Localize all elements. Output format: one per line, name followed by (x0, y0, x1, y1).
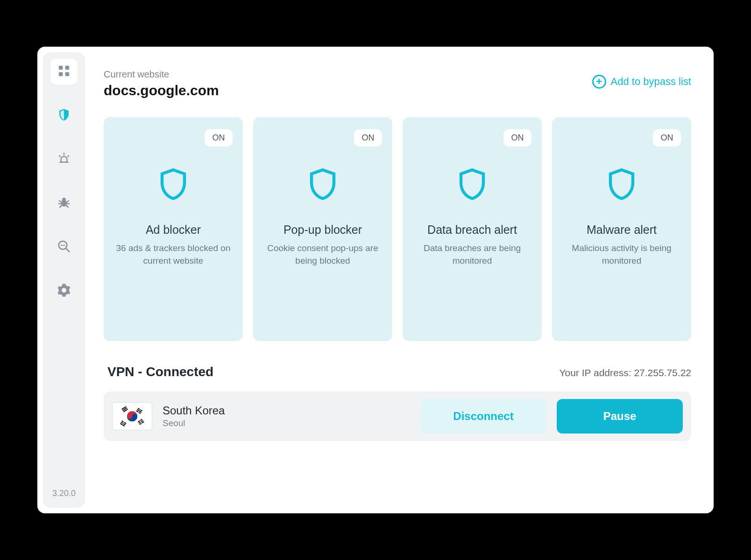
shield-icon (57, 108, 71, 124)
card-title: Pop-up blocker (283, 223, 362, 237)
sidebar-item-alerts[interactable] (50, 147, 78, 173)
plus-circle-icon: + (592, 75, 606, 89)
card-popup-blocker[interactable]: ON Pop-up blocker Cookie consent pop-ups… (253, 117, 392, 341)
svg-rect-0 (59, 66, 63, 70)
bypass-link-label: Add to bypass list (611, 76, 691, 88)
add-to-bypass-link[interactable]: + Add to bypass list (592, 75, 691, 89)
search-privacy-icon (57, 239, 71, 255)
vpn-header: VPN - Connected Your IP address: 27.255.… (104, 364, 691, 379)
card-malware-alert[interactable]: ON Malware alert Malicious activity is b… (552, 117, 691, 341)
svg-point-5 (62, 197, 66, 201)
card-data-breach[interactable]: ON Data breach alert Data breaches are b… (403, 117, 542, 341)
app-window: 3.20.0 Current website docs.google.com +… (37, 47, 714, 513)
feature-cards: ON Ad blocker 36 ads & trackers blocked … (104, 117, 691, 341)
pause-button[interactable]: Pause (557, 399, 683, 434)
card-title: Ad blocker (146, 223, 201, 237)
sidebar-item-malware[interactable] (50, 190, 78, 217)
shield-outline-icon (607, 167, 637, 203)
header-row: Current website docs.google.com + Add to… (104, 69, 691, 98)
sidebar: 3.20.0 (43, 52, 85, 508)
vpn-country: South Korea (163, 404, 410, 417)
svg-rect-2 (59, 72, 63, 77)
sidebar-item-settings[interactable] (50, 278, 78, 304)
main-panel: Current website docs.google.com + Add to… (85, 47, 714, 513)
disconnect-button[interactable]: Disconnect (420, 399, 546, 434)
vpn-city: Seoul (163, 418, 410, 428)
vpn-section: VPN - Connected Your IP address: 27.255.… (104, 364, 691, 441)
current-website-host: docs.google.com (104, 83, 219, 98)
status-pill: ON (354, 129, 382, 147)
grid-icon (57, 64, 71, 80)
shield-outline-icon (457, 167, 487, 203)
card-desc: Data breaches are being monitored (413, 242, 531, 267)
card-title: Data breach alert (427, 223, 517, 237)
card-desc: Malicious activity is being monitored (562, 242, 681, 267)
status-pill: ON (503, 129, 531, 147)
status-pill: ON (653, 129, 681, 147)
flag-south-korea-icon (112, 402, 152, 430)
card-desc: 36 ads & trackers blocked on current web… (114, 242, 233, 267)
gear-icon (57, 283, 71, 299)
vpn-location[interactable]: South Korea Seoul (163, 404, 410, 428)
svg-rect-1 (65, 66, 70, 70)
sidebar-item-search[interactable] (50, 234, 78, 260)
card-desc: Cookie consent pop-ups are being blocked (263, 242, 382, 267)
sidebar-item-dashboard[interactable] (50, 59, 78, 85)
version-label: 3.20.0 (52, 489, 76, 498)
vpn-bar: South Korea Seoul Disconnect Pause (104, 392, 691, 441)
svg-rect-3 (65, 72, 70, 77)
sidebar-item-shield[interactable] (50, 103, 78, 129)
shield-outline-icon (308, 167, 338, 203)
current-website-label: Current website (104, 69, 219, 80)
shield-outline-icon (158, 167, 188, 203)
card-title: Malware alert (587, 223, 657, 237)
vpn-status-title: VPN - Connected (107, 364, 213, 379)
current-website-block: Current website docs.google.com (104, 69, 219, 98)
status-pill: ON (205, 129, 233, 147)
siren-icon (57, 152, 71, 168)
ip-address-label: Your IP address: 27.255.75.22 (559, 367, 691, 378)
bug-icon (57, 196, 71, 211)
card-ad-blocker[interactable]: ON Ad blocker 36 ads & trackers blocked … (104, 117, 243, 341)
